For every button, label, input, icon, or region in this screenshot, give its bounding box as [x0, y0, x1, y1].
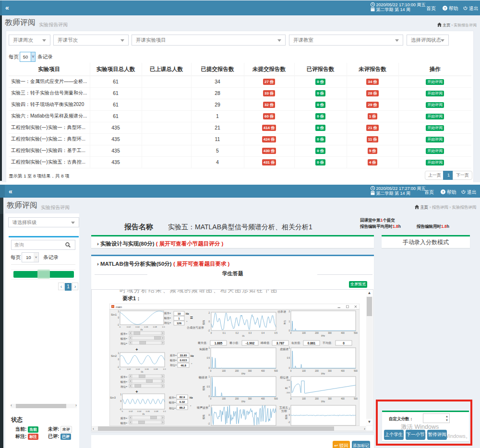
svg-text:0.3: 0.3 [249, 332, 252, 334]
svg-text:88.2: 88.2 [180, 406, 185, 409]
svg-text:幅值: 幅值 [202, 386, 205, 390]
svg-text:幅值=: 幅值= [120, 422, 127, 425]
svg-text:最小值:: 最小值: [229, 342, 239, 344]
svg-text:f/Hz: f/Hz [241, 401, 246, 403]
svg-text:Sin2: Sin2 [111, 354, 117, 357]
svg-text:100: 100 [222, 370, 226, 372]
svg-text:t/s: t/s [141, 371, 144, 373]
svg-text:Hz: Hz [186, 312, 189, 315]
svg-text:幅值=: 幅值= [170, 359, 177, 362]
svg-text:幅值=: 幅值= [120, 337, 127, 341]
svg-text:f/Hz: f/Hz [241, 373, 246, 375]
svg-text:500: 500 [274, 370, 278, 372]
svg-text:平均值:: 平均值: [323, 341, 332, 344]
svg-text:最大值:: 最大值: [198, 341, 207, 344]
svg-text:0.04: 0.04 [137, 410, 142, 413]
svg-text:相位=: 相位= [170, 364, 177, 366]
svg-text:200: 200 [315, 332, 319, 334]
svg-text:f/Hz: f/Hz [321, 401, 325, 403]
svg-text:-1: -1 [120, 408, 121, 411]
svg-text:-2: -2 [208, 330, 210, 332]
svg-text:100: 100 [302, 370, 306, 372]
svg-text:相位=: 相位= [120, 385, 127, 388]
svg-text:0.1: 0.1 [162, 326, 165, 328]
svg-text:分析: 分析 [281, 410, 287, 413]
svg-text:Hz: Hz [191, 354, 194, 357]
svg-text:300: 300 [328, 398, 332, 400]
svg-text:200: 200 [235, 398, 239, 400]
svg-text:0.861: 0.861 [308, 342, 316, 345]
svg-text:0.32: 0.32 [180, 401, 185, 403]
svg-text:频率=: 频率= [169, 396, 176, 399]
svg-text:功率谱: 功率谱 [277, 310, 286, 314]
svg-text:main: main [116, 306, 122, 308]
svg-text:-2: -2 [208, 423, 210, 425]
svg-text:500: 500 [354, 398, 358, 400]
svg-text:400: 400 [341, 370, 345, 372]
svg-text:频率=: 频率= [120, 417, 127, 420]
svg-text:+: + [135, 389, 138, 394]
svg-text:t/s: t/s [141, 329, 144, 331]
svg-text:0.04: 0.04 [135, 326, 140, 328]
svg-text:+: + [135, 347, 138, 352]
svg-text:幅值谱: 幅值谱 [199, 376, 207, 379]
svg-text:-1.902: -1.902 [246, 342, 255, 345]
svg-text:单位: 单位 [283, 320, 286, 325]
svg-text:0.04: 0.04 [136, 368, 140, 370]
svg-text:0.615: 0.615 [180, 359, 187, 362]
svg-text:幅值=: 幅值= [164, 317, 171, 320]
svg-text:-1: -1 [117, 366, 119, 368]
svg-text:0.5: 0.5 [207, 386, 210, 388]
svg-text:频率=: 频率= [120, 332, 127, 335]
svg-text:400: 400 [341, 398, 345, 400]
svg-text:Sin1: Sin1 [111, 313, 117, 316]
svg-text:200: 200 [315, 370, 319, 372]
svg-text:度: 度 [285, 387, 288, 389]
svg-text:1.885: 1.885 [215, 342, 223, 345]
svg-text:400: 400 [261, 398, 265, 400]
svg-text:126: 126 [177, 322, 182, 325]
svg-text:400: 400 [261, 370, 265, 372]
svg-text:0.08: 0.08 [154, 410, 158, 413]
svg-text:频率=: 频率= [164, 312, 171, 315]
svg-text:?: ? [444, 7, 446, 10]
svg-text:相位=: 相位= [120, 342, 127, 345]
svg-text:0.06: 0.06 [146, 410, 150, 413]
svg-text:82.9: 82.9 [180, 396, 185, 399]
svg-text:300: 300 [328, 332, 332, 334]
svg-text:Hz: Hz [190, 396, 193, 399]
svg-text:500: 500 [354, 332, 358, 334]
svg-text:0.08: 0.08 [154, 368, 158, 370]
svg-text:=: = [190, 315, 193, 320]
svg-text:46.8: 46.8 [180, 364, 186, 367]
svg-text:幅值: 幅值 [285, 414, 288, 419]
svg-text:400: 400 [341, 332, 345, 334]
svg-text:频率=: 频率= [120, 376, 127, 378]
svg-text:500: 500 [274, 398, 278, 400]
svg-text:0.1: 0.1 [163, 368, 166, 370]
svg-text:0.1: 0.1 [163, 410, 166, 413]
svg-text:0.02: 0.02 [129, 410, 133, 413]
svg-text:-1: -1 [117, 324, 119, 326]
svg-text:幅值=: 幅值= [169, 401, 176, 404]
svg-text:0.02: 0.02 [127, 326, 131, 328]
svg-text:0.5: 0.5 [207, 357, 210, 359]
svg-text:100: 100 [222, 398, 226, 400]
svg-text:100: 100 [287, 379, 290, 381]
svg-text:幅值=: 幅值= [120, 380, 127, 384]
svg-text:0.5: 0.5 [287, 357, 290, 359]
svg-text:0.06: 0.06 [144, 326, 149, 328]
svg-text:300: 300 [248, 398, 252, 400]
svg-text:33.85: 33.85 [180, 354, 187, 357]
svg-text:?: ? [442, 190, 444, 194]
svg-text:300: 300 [328, 370, 332, 372]
svg-text:0.08: 0.08 [153, 326, 157, 328]
svg-text:10: 10 [178, 312, 181, 315]
svg-text:Sin3: Sin3 [110, 396, 116, 399]
svg-text:相位=: 相位= [169, 407, 176, 410]
svg-text:-2: -2 [288, 421, 290, 424]
svg-text:相位=: 相位= [164, 321, 171, 324]
svg-text:有效值:: 有效值: [291, 342, 301, 344]
svg-text:合成信号波形: 合成信号波形 [187, 326, 204, 330]
svg-text:0.02: 0.02 [127, 368, 132, 370]
